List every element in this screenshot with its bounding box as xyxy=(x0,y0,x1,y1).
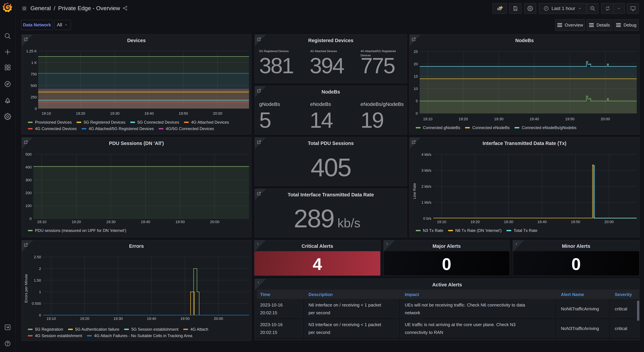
svg-text:19:10: 19:10 xyxy=(37,220,46,224)
svg-text:19:50: 19:50 xyxy=(176,220,185,224)
svg-text:3 kb/s: 3 kb/s xyxy=(421,168,431,172)
svg-text:20: 20 xyxy=(414,62,418,66)
svg-text:19:40: 19:40 xyxy=(538,220,547,224)
svg-text:1: 1 xyxy=(39,290,41,294)
svg-text:300: 300 xyxy=(25,178,32,182)
svg-text:Line Rate: Line Rate xyxy=(412,183,416,199)
svg-text:19:50: 19:50 xyxy=(571,220,580,224)
svg-text:2 kb/s: 2 kb/s xyxy=(421,184,431,189)
svg-text:20:00: 20:00 xyxy=(214,316,223,321)
svg-text:19:20: 19:20 xyxy=(459,117,468,121)
svg-text:19:50: 19:50 xyxy=(180,316,190,321)
svg-text:19:30: 19:30 xyxy=(106,220,116,224)
svg-text:19:30: 19:30 xyxy=(110,111,120,115)
svg-text:25: 25 xyxy=(414,50,418,54)
svg-text:20:00: 20:00 xyxy=(604,220,614,224)
svg-text:19:30: 19:30 xyxy=(494,117,504,121)
svg-text:0: 0 xyxy=(35,107,37,111)
svg-text:19:20: 19:20 xyxy=(72,220,81,224)
svg-text:20:00: 20:00 xyxy=(213,111,222,115)
svg-text:1.50: 1.50 xyxy=(34,278,41,282)
svg-text:1 kb/s: 1 kb/s xyxy=(421,200,431,205)
svg-text:19:20: 19:20 xyxy=(470,220,480,224)
svg-text:19:30: 19:30 xyxy=(504,220,513,224)
svg-text:19:10: 19:10 xyxy=(46,316,56,321)
svg-text:2: 2 xyxy=(39,267,41,271)
svg-text:19:50: 19:50 xyxy=(565,117,574,121)
svg-text:19:10: 19:10 xyxy=(42,111,51,115)
svg-text:0: 0 xyxy=(39,313,41,317)
svg-text:750: 750 xyxy=(30,72,37,76)
svg-text:5: 5 xyxy=(416,99,418,103)
svg-text:100: 100 xyxy=(25,204,32,208)
svg-text:19:20: 19:20 xyxy=(80,316,89,321)
svg-text:200: 200 xyxy=(25,191,32,195)
svg-text:19:50: 19:50 xyxy=(179,111,188,115)
svg-text:2.50: 2.50 xyxy=(34,255,41,259)
svg-text:500: 500 xyxy=(30,84,37,88)
svg-text:10: 10 xyxy=(414,87,418,91)
svg-text:19:40: 19:40 xyxy=(144,111,154,115)
svg-text:500: 500 xyxy=(25,152,32,156)
svg-text:20:00: 20:00 xyxy=(210,220,219,224)
svg-text:Errors per Minute: Errors per Minute xyxy=(24,274,28,303)
svg-text:15: 15 xyxy=(414,74,418,78)
svg-text:0: 0 xyxy=(30,217,32,221)
svg-text:19:40: 19:40 xyxy=(141,220,150,224)
svg-text:19:10: 19:10 xyxy=(437,220,446,224)
svg-text:0: 0 xyxy=(416,111,418,115)
svg-text:19:10: 19:10 xyxy=(423,117,432,121)
svg-text:250: 250 xyxy=(30,95,37,99)
svg-text:19:30: 19:30 xyxy=(113,316,123,321)
svg-text:19:40: 19:40 xyxy=(530,117,539,121)
svg-text:0.500: 0.500 xyxy=(32,301,41,306)
svg-text:1.25 K: 1.25 K xyxy=(26,49,37,53)
svg-text:20:00: 20:00 xyxy=(600,117,610,121)
svg-text:19:40: 19:40 xyxy=(147,316,156,321)
svg-text:1 K: 1 K xyxy=(31,61,37,65)
svg-text:4 kb/s: 4 kb/s xyxy=(421,152,431,157)
svg-text:0 b/s: 0 b/s xyxy=(423,216,431,221)
svg-text:19:20: 19:20 xyxy=(76,111,85,115)
svg-text:400: 400 xyxy=(25,165,32,169)
